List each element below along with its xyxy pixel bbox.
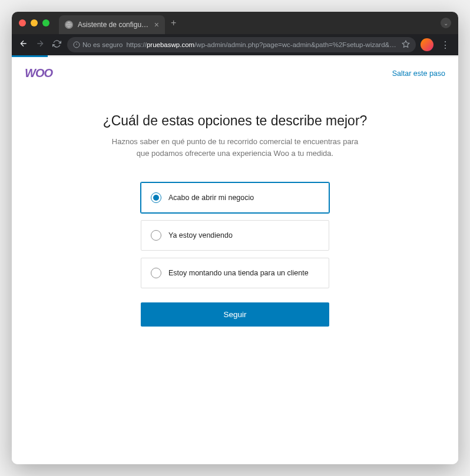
- url-text: https://pruebaswp.com/wp-admin/admin.php…: [126, 41, 398, 48]
- options-group: Acabo de abrir mi negocio Ya estoy vendi…: [141, 182, 329, 288]
- close-window-button[interactable]: [19, 19, 26, 26]
- option-label: Ya estoy vendiendo: [168, 231, 233, 239]
- url-field[interactable]: No es seguro https://pruebaswp.com/wp-ad…: [67, 37, 416, 52]
- reload-button[interactable]: [51, 39, 62, 51]
- svg-marker-4: [402, 41, 409, 47]
- radio-icon: [151, 230, 161, 241]
- app-header: WOO Saltar este paso: [12, 57, 458, 89]
- page-heading: ¿Cuál de estas opciones te describe mejo…: [103, 113, 368, 129]
- bookmark-icon[interactable]: [402, 40, 410, 49]
- browser-window: Asistente de configuración ‹ × + ⌄ No es…: [12, 12, 458, 464]
- browser-tab[interactable]: Asistente de configuración ‹ ×: [59, 15, 165, 34]
- titlebar: Asistente de configuración ‹ × + ⌄: [12, 12, 458, 34]
- warning-icon: [73, 41, 80, 48]
- skip-step-link[interactable]: Saltar este paso: [392, 69, 445, 78]
- close-tab-icon[interactable]: ×: [154, 20, 159, 29]
- option-building-for-client[interactable]: Estoy montando una tienda para un client…: [141, 258, 329, 288]
- maximize-window-button[interactable]: [42, 19, 49, 26]
- option-label: Acabo de abrir mi negocio: [168, 194, 254, 202]
- globe-icon: [65, 21, 73, 29]
- minimize-window-button[interactable]: [31, 19, 38, 26]
- address-bar: No es seguro https://pruebaswp.com/wp-ad…: [12, 34, 458, 55]
- profile-avatar[interactable]: [421, 38, 433, 51]
- new-tab-button[interactable]: +: [171, 18, 176, 28]
- browser-menu-icon[interactable]: ⋮: [438, 39, 452, 51]
- radio-icon: [151, 268, 161, 278]
- tab-title: Asistente de configuración ‹: [78, 21, 150, 29]
- option-already-selling[interactable]: Ya estoy vendiendo: [141, 220, 329, 251]
- chevron-down-icon[interactable]: ⌄: [441, 18, 451, 28]
- option-label: Estoy montando una tienda para un client…: [168, 269, 309, 277]
- option-just-opened[interactable]: Acabo de abrir mi negocio: [141, 182, 329, 213]
- woo-logo: WOO: [25, 66, 52, 80]
- insecure-badge: No es seguro: [73, 41, 123, 48]
- page-content: WOO Saltar este paso ¿Cuál de estas opci…: [12, 55, 458, 464]
- forward-button[interactable]: [34, 39, 46, 51]
- continue-button[interactable]: Seguir: [141, 302, 329, 327]
- back-button[interactable]: [18, 39, 29, 51]
- main-content: ¿Cuál de estas opciones te describe mejo…: [12, 89, 458, 327]
- page-subheading: Haznos saber en qué punto de tu recorrid…: [111, 136, 359, 159]
- window-controls: [19, 19, 49, 26]
- radio-icon: [151, 192, 161, 203]
- insecure-label: No es seguro: [82, 41, 123, 48]
